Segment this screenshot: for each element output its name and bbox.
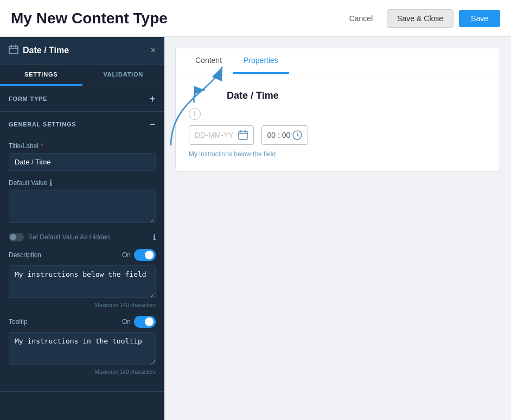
description-char-limit: Maximum 140 characters bbox=[9, 302, 156, 308]
clock-icon bbox=[292, 130, 302, 140]
description-slider bbox=[134, 249, 156, 261]
content-tabs: Content Properties bbox=[176, 48, 500, 74]
time-input-mock: 00 : 00 bbox=[261, 125, 309, 145]
svg-rect-0 bbox=[9, 46, 18, 54]
tooltip-label: Tooltip bbox=[9, 318, 28, 326]
arrow-decoration bbox=[189, 87, 232, 104]
default-value-info-icon[interactable]: ℹ bbox=[49, 179, 52, 187]
form-type-label: FORM TYPE bbox=[9, 96, 47, 102]
page-title: My New Content Type bbox=[11, 10, 168, 27]
calendar-icon bbox=[238, 130, 248, 140]
general-settings-toggle-icon: − bbox=[150, 119, 156, 129]
tab-content[interactable]: Content bbox=[184, 48, 233, 74]
page-header: My New Content Type Cancel Save & Close … bbox=[0, 0, 511, 37]
svg-rect-5 bbox=[239, 131, 247, 139]
description-toggle-row: Description On bbox=[9, 249, 156, 261]
svg-line-11 bbox=[297, 135, 299, 136]
set-hidden-label: Set Default Value As Hidden bbox=[28, 233, 110, 241]
title-input[interactable] bbox=[9, 153, 156, 171]
set-hidden-info-icon[interactable]: ℹ bbox=[153, 233, 156, 241]
preview-title-row: Date / Time bbox=[189, 87, 487, 104]
required-indicator: * bbox=[41, 142, 43, 150]
tab-properties[interactable]: Properties bbox=[233, 48, 289, 74]
widget-header: Date / Time × bbox=[0, 37, 164, 65]
description-label: Description bbox=[9, 251, 41, 259]
tab-validation[interactable]: VALIDATION bbox=[82, 65, 165, 86]
general-settings-header[interactable]: GENERAL SETTINGS − bbox=[0, 112, 164, 137]
form-type-section: FORM TYPE + bbox=[0, 86, 164, 112]
tab-settings[interactable]: SETTINGS bbox=[0, 65, 82, 86]
header-actions: Cancel Save & Close Save bbox=[341, 9, 500, 28]
tooltip-on-label: On bbox=[122, 318, 131, 326]
main-layout: Date / Time × SETTINGS VALIDATION FORM T… bbox=[0, 37, 511, 420]
form-type-header[interactable]: FORM TYPE + bbox=[0, 86, 164, 111]
description-group: Description On My instructions below the… bbox=[9, 249, 156, 308]
description-on-label: On bbox=[122, 251, 131, 259]
default-value-label: Default Value ℹ bbox=[9, 179, 156, 187]
general-settings-label: GENERAL SETTINGS bbox=[9, 121, 76, 128]
save-close-button[interactable]: Save & Close bbox=[387, 9, 453, 28]
title-label-group: Title/Label * bbox=[9, 142, 156, 171]
sidebar: Date / Time × SETTINGS VALIDATION FORM T… bbox=[0, 37, 164, 420]
tooltip-slider bbox=[134, 316, 156, 328]
close-button[interactable]: × bbox=[151, 46, 156, 55]
form-type-toggle-icon: + bbox=[150, 94, 156, 104]
preview-card: Date / Time i DD-MM-YY 00 : 00 bbox=[175, 74, 500, 171]
widget-title: Date / Time bbox=[9, 44, 69, 56]
content-area: Content Properties Date / Time bbox=[164, 37, 511, 420]
content-tabs-container: Content Properties bbox=[175, 48, 500, 74]
date-input-mock: DD-MM-YY bbox=[189, 125, 254, 145]
default-value-group: Default Value ℹ bbox=[9, 179, 156, 225]
general-settings-body: Title/Label * Default Value ℹ bbox=[0, 137, 164, 391]
widget-title-text: Date / Time bbox=[23, 46, 69, 55]
preview-hint: My instructions below the field bbox=[189, 150, 487, 158]
preview-info-icon: i bbox=[189, 108, 201, 120]
set-hidden-toggle[interactable] bbox=[9, 233, 24, 241]
widget-icon bbox=[9, 44, 18, 56]
cancel-button[interactable]: Cancel bbox=[341, 10, 382, 27]
tooltip-group: Tooltip On My instructions in the toolti… bbox=[9, 316, 156, 375]
preview-inputs: DD-MM-YY 00 : 00 bbox=[189, 125, 487, 145]
date-placeholder: DD-MM-YY bbox=[195, 131, 234, 139]
tooltip-toggle[interactable] bbox=[134, 316, 156, 328]
time-placeholder: 00 : 00 bbox=[267, 131, 291, 139]
set-hidden-slider bbox=[9, 233, 24, 241]
preview-field-title: Date / Time bbox=[227, 90, 279, 101]
description-toggle[interactable] bbox=[134, 249, 156, 261]
description-textarea[interactable]: My instructions below the field bbox=[9, 265, 156, 298]
sidebar-tabs: SETTINGS VALIDATION bbox=[0, 65, 164, 86]
tooltip-char-limit: Maximum 140 characters bbox=[9, 369, 156, 375]
save-button[interactable]: Save bbox=[459, 10, 500, 27]
set-hidden-row: Set Default Value As Hidden ℹ bbox=[9, 233, 156, 241]
default-value-textarea[interactable] bbox=[9, 190, 156, 223]
tooltip-textarea[interactable]: My instructions in the tooltip bbox=[9, 332, 156, 365]
general-settings-section: GENERAL SETTINGS − Title/Label * Default… bbox=[0, 112, 164, 392]
tooltip-toggle-row: Tooltip On bbox=[9, 316, 156, 328]
title-field-label: Title/Label * bbox=[9, 142, 156, 150]
